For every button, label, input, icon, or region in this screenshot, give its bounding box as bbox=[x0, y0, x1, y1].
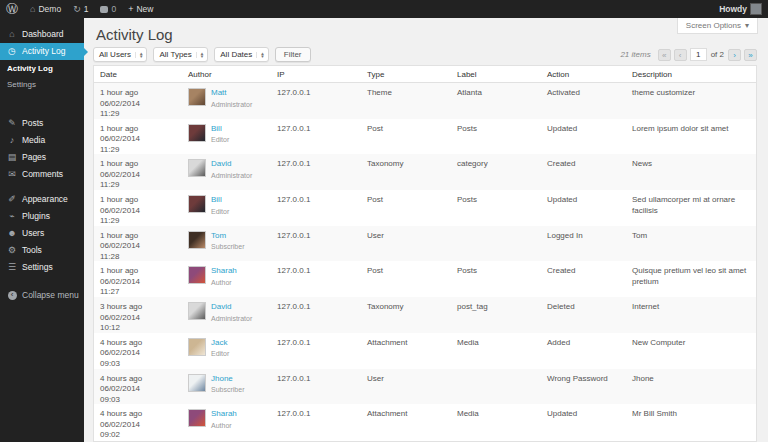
author-link[interactable]: Matt bbox=[211, 88, 252, 99]
author-role: Editor bbox=[211, 349, 229, 360]
label-cell: category bbox=[451, 154, 541, 190]
author-link[interactable]: Bill bbox=[211, 124, 229, 135]
dates-filter-select[interactable]: All Dates ▲▼ bbox=[214, 47, 268, 62]
screen-options-tab[interactable]: Screen Options ▾ bbox=[677, 18, 758, 34]
next-page-button[interactable]: › bbox=[728, 49, 741, 61]
current-page-input[interactable] bbox=[690, 48, 707, 61]
ip-cell: 127.0.0.1 bbox=[271, 369, 361, 405]
action-cell: Updated bbox=[541, 119, 626, 155]
description-cell: Quisque pretium vel leo sit amet pretium bbox=[626, 261, 756, 297]
types-filter-select[interactable]: All Types ▲▼ bbox=[153, 47, 208, 62]
author-link[interactable]: Jack bbox=[211, 338, 229, 349]
author-avatar bbox=[188, 88, 206, 106]
date-cell: 4 hours ago06/02/201409:02 bbox=[94, 404, 182, 440]
type-cell: Post bbox=[361, 261, 451, 297]
sidebar-item-comments[interactable]: ✉ Comments bbox=[0, 166, 84, 183]
table-row: 1 hour ago06/02/201411:29 David Administ… bbox=[94, 154, 756, 190]
author-link[interactable]: Jhone bbox=[211, 374, 244, 385]
first-page-button[interactable]: « bbox=[658, 49, 671, 61]
column-header-author[interactable]: Author bbox=[182, 70, 271, 79]
site-name: Demo bbox=[38, 4, 61, 14]
label-cell: Media bbox=[451, 333, 541, 369]
author-role: Subscriber bbox=[211, 385, 244, 396]
prev-page-button[interactable]: ‹ bbox=[674, 49, 687, 61]
submenu-item-activity-log[interactable]: Activity Log bbox=[0, 61, 84, 77]
sidebar-item-collapse[interactable]: ‹ Collapse menu bbox=[0, 286, 84, 304]
ip-cell: 127.0.0.1 bbox=[271, 261, 361, 297]
ip-cell: 127.0.0.1 bbox=[271, 333, 361, 369]
sidebar-item-label: Settings bbox=[22, 263, 53, 272]
column-header-action[interactable]: Action bbox=[541, 70, 626, 79]
admin-sidebar: ⌂ Dashboard ◷ Activity Log Activity LogS… bbox=[0, 18, 84, 442]
sidebar-item-users[interactable]: ☻ Users bbox=[0, 225, 84, 242]
screen-options-label: Screen Options bbox=[686, 21, 741, 30]
sidebar-item-pages[interactable]: ▤ Pages bbox=[0, 149, 84, 166]
submenu-item-settings[interactable]: Settings bbox=[0, 77, 84, 93]
author-avatar bbox=[188, 338, 206, 356]
new-content-link[interactable]: + New bbox=[122, 0, 159, 18]
updates-link[interactable]: ↻ 1 bbox=[67, 0, 94, 18]
tools-icon: ⚙ bbox=[7, 246, 17, 255]
label-cell: Atlanta bbox=[451, 83, 541, 119]
sidebar-item-label: Pages bbox=[22, 153, 46, 162]
column-header-date[interactable]: Date bbox=[94, 70, 182, 79]
description-cell: theme customizer bbox=[626, 83, 756, 119]
author-link[interactable]: Sharah bbox=[211, 266, 237, 277]
action-cell: Created bbox=[541, 261, 626, 297]
filter-button[interactable]: Filter bbox=[275, 47, 311, 62]
activity-log-icon: ◷ bbox=[7, 47, 17, 56]
author-link[interactable]: Sharah bbox=[211, 409, 237, 420]
sidebar-item-label: Users bbox=[22, 229, 44, 238]
comments-link[interactable]: 0 bbox=[94, 0, 122, 18]
site-name-link[interactable]: ⌂ Demo bbox=[24, 0, 67, 18]
comments-bubble-icon bbox=[100, 6, 108, 13]
users-filter-select[interactable]: All Users ▲▼ bbox=[93, 47, 147, 62]
sidebar-item-plugins[interactable]: ⌁ Plugins bbox=[0, 208, 84, 225]
sidebar-item-media[interactable]: ♪ Media bbox=[0, 132, 84, 149]
pagination: 21 items « ‹ of 2 › » bbox=[620, 48, 757, 61]
my-account-link[interactable]: Howdy bbox=[713, 0, 768, 18]
howdy-text: Howdy bbox=[719, 4, 747, 14]
sidebar-item-activity-log[interactable]: ◷ Activity Log bbox=[0, 43, 84, 60]
column-header-label[interactable]: Label bbox=[451, 70, 541, 79]
author-cell: David Administrator bbox=[182, 297, 271, 333]
wp-logo-button[interactable]: Ⓦ bbox=[0, 0, 24, 18]
ip-cell: 127.0.0.1 bbox=[271, 154, 361, 190]
author-role: Author bbox=[211, 278, 237, 289]
author-link[interactable]: Tom bbox=[211, 231, 244, 242]
column-header-type[interactable]: Type bbox=[361, 70, 451, 79]
date-cell: 4 hours ago06/02/201409:03 bbox=[94, 369, 182, 405]
ip-cell: 127.0.0.1 bbox=[271, 83, 361, 119]
sidebar-item-appearance[interactable]: ✐ Appearance bbox=[0, 191, 84, 208]
sidebar-item-tools[interactable]: ⚙ Tools bbox=[0, 242, 84, 259]
sidebar-item-settings[interactable]: ☰ Settings bbox=[0, 259, 84, 276]
items-count: 21 items bbox=[620, 50, 650, 59]
table-row: 1 hour ago06/02/201411:27 Sharah Author … bbox=[94, 261, 756, 297]
sidebar-item-posts[interactable]: ✎ Posts bbox=[0, 115, 84, 132]
author-link[interactable]: David bbox=[211, 302, 252, 313]
author-avatar bbox=[188, 374, 206, 392]
select-stepper-icon: ▲▼ bbox=[256, 52, 264, 58]
column-header-description[interactable]: Description bbox=[626, 70, 756, 79]
action-cell: Added bbox=[541, 333, 626, 369]
last-page-button[interactable]: » bbox=[744, 49, 757, 61]
author-cell: Jack Editor bbox=[182, 333, 271, 369]
label-cell: Posts bbox=[451, 190, 541, 226]
description-cell: Internet bbox=[626, 297, 756, 333]
column-header-ip[interactable]: IP bbox=[271, 70, 361, 79]
date-cell: 1 hour ago06/02/201411:29 bbox=[94, 190, 182, 226]
sidebar-item-label: Comments bbox=[22, 170, 63, 179]
author-role: Administrator bbox=[211, 314, 252, 325]
comment-count: 0 bbox=[111, 4, 116, 14]
action-cell: Updated bbox=[541, 404, 626, 440]
ip-cell: 127.0.0.1 bbox=[271, 190, 361, 226]
author-avatar bbox=[188, 409, 206, 427]
sidebar-submenu: Activity LogSettings bbox=[0, 60, 84, 97]
author-link[interactable]: David bbox=[211, 159, 252, 170]
activity-log-table: DateAuthorIPTypeLabelActionDescription 1… bbox=[93, 65, 757, 442]
dashboard-icon: ⌂ bbox=[7, 30, 17, 39]
sidebar-item-label: Plugins bbox=[22, 212, 50, 221]
pages-icon: ▤ bbox=[7, 153, 17, 162]
sidebar-item-dashboard[interactable]: ⌂ Dashboard bbox=[0, 26, 84, 43]
author-link[interactable]: Bill bbox=[211, 195, 229, 206]
